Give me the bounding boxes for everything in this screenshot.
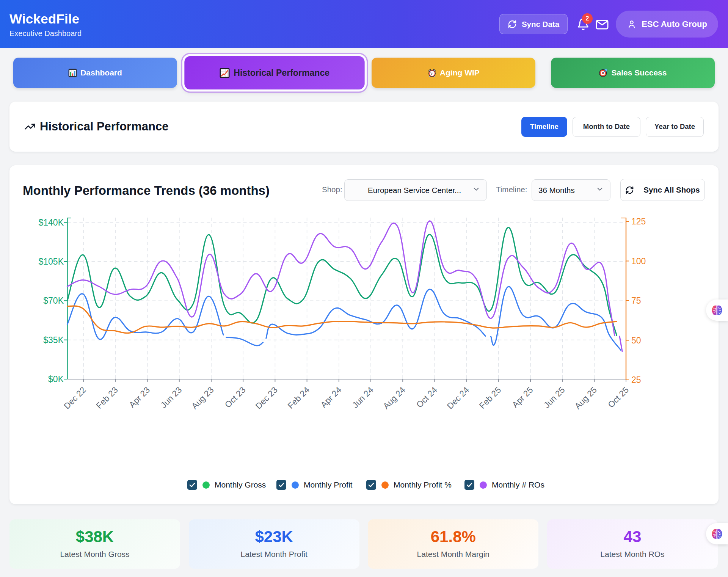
svg-text:Oct 23: Oct 23 bbox=[223, 385, 248, 410]
svg-text:125: 125 bbox=[631, 216, 646, 226]
svg-text:Aug 25: Aug 25 bbox=[573, 385, 599, 411]
svg-text:Feb 24: Feb 24 bbox=[286, 385, 311, 411]
svg-text:Jun 24: Jun 24 bbox=[350, 385, 375, 410]
svg-text:Dec 24: Dec 24 bbox=[445, 385, 471, 411]
svg-text:Apr 23: Apr 23 bbox=[127, 385, 152, 410]
svg-text:25: 25 bbox=[631, 375, 641, 385]
svg-text:Feb 25: Feb 25 bbox=[477, 385, 503, 411]
svg-text:50: 50 bbox=[631, 336, 641, 345]
svg-text:$35K: $35K bbox=[43, 335, 64, 345]
svg-text:Feb 23: Feb 23 bbox=[94, 385, 120, 411]
svg-text:$70K: $70K bbox=[43, 296, 64, 306]
svg-text:Apr 25: Apr 25 bbox=[510, 385, 535, 410]
svg-text:$105K: $105K bbox=[38, 257, 64, 267]
svg-text:$0K: $0K bbox=[48, 374, 64, 384]
svg-text:Aug 23: Aug 23 bbox=[190, 385, 215, 411]
svg-text:Oct 25: Oct 25 bbox=[606, 385, 631, 410]
svg-text:100: 100 bbox=[631, 256, 646, 266]
svg-text:Aug 24: Aug 24 bbox=[381, 385, 407, 411]
svg-text:Dec 23: Dec 23 bbox=[254, 385, 279, 411]
svg-text:75: 75 bbox=[631, 296, 641, 306]
svg-text:$140K: $140K bbox=[38, 218, 64, 227]
svg-text:Jun 25: Jun 25 bbox=[542, 385, 566, 410]
svg-text:Dec 22: Dec 22 bbox=[62, 385, 88, 411]
svg-text:Apr 24: Apr 24 bbox=[319, 385, 344, 410]
svg-text:Jun 23: Jun 23 bbox=[159, 385, 184, 410]
svg-text:Oct 24: Oct 24 bbox=[414, 385, 439, 410]
